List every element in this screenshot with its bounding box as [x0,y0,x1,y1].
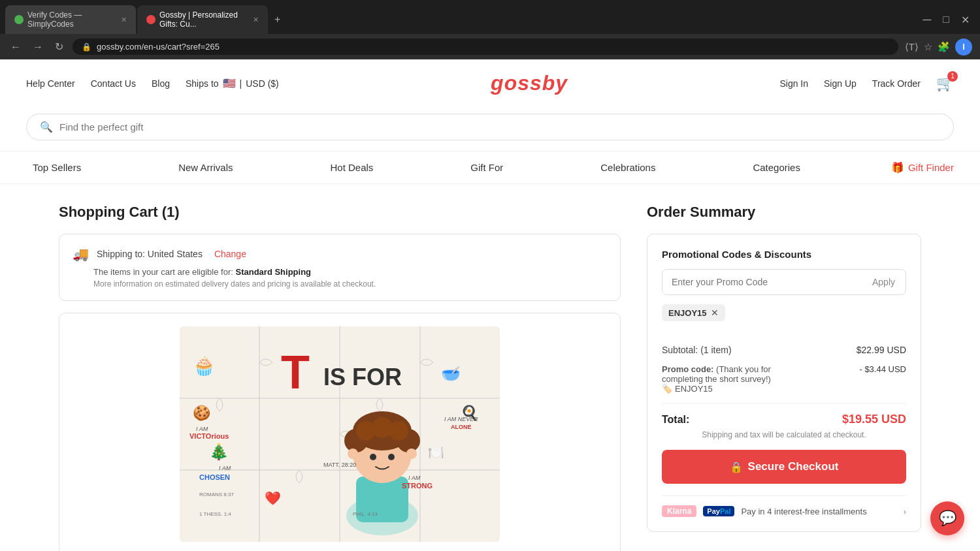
promo-input-row: Apply [662,269,906,295]
search-input[interactable] [59,121,940,133]
blog-link[interactable]: Blog [152,78,170,89]
svg-text:I AM: I AM [219,465,231,471]
top-nav: Help Center Contact Us Blog Ships to 🇺🇸 … [0,59,980,107]
svg-text:❤️: ❤️ [265,490,281,506]
browser-tab-2[interactable]: Gossby | Personalized Gifts: Cu... ✕ [137,5,268,34]
nav-new-arrivals[interactable]: New Arrivals [172,159,239,176]
summary-title: Order Summary [647,204,921,221]
address-text: gossby.com/en-us/cart?sref=265 [97,42,220,52]
apply-promo-button[interactable]: Apply [862,270,906,294]
top-nav-left: Help Center Contact Us Blog Ships to 🇺🇸 … [26,77,279,89]
search-bar: 🔍 [0,107,980,151]
tab-label-2: Gossby | Personalized Gifts: Cu... [159,10,249,29]
svg-text:I AM: I AM [196,426,208,432]
extensions-icon[interactable]: 🧩 [938,41,950,53]
svg-text:T: T [281,346,310,398]
search-icon: 🔍 [40,121,53,133]
promo-label-note: Promo code: (Thank you for completing th… [662,364,792,384]
close-window-button[interactable]: ✕ [956,11,975,29]
top-nav-right: Sign In Sign Up Track Order 🛒 1 [779,75,954,92]
nav-gift-for[interactable]: Gift For [464,159,510,176]
promo-tag-row: ENJOY15 ✕ [662,304,906,333]
tab-close-2[interactable]: ✕ [253,16,259,24]
lock-icon: 🔒 [730,461,743,473]
summary-divider [662,403,906,403]
address-bar[interactable]: 🔒 gossby.com/en-us/cart?sref=265 [73,39,898,55]
browser-tab-1[interactable]: Verify Codes — SimplyCodes ✕ [5,5,136,34]
profile-icon[interactable]: I [955,39,972,55]
shipping-note: Shipping and tax will be calculated at c… [662,430,906,439]
subtotal-value: $22.99 USD [857,345,906,355]
svg-text:IS FOR: IS FOR [323,364,402,390]
nav-hot-deals[interactable]: Hot Deals [323,159,380,176]
promo-row: Promo code: (Thank you for completing th… [662,364,906,394]
change-shipping-link[interactable]: Change [214,249,246,259]
translate-icon[interactable]: ⟨T⟩ [905,41,919,53]
refresh-button[interactable]: ↻ [52,38,66,55]
svg-text:🍪: 🍪 [193,404,211,422]
site-header: Help Center Contact Us Blog Ships to 🇺🇸 … [0,59,980,184]
nav-celebrations[interactable]: Celebrations [594,159,662,176]
chat-button[interactable]: 💬 [930,501,964,535]
cart-title: Shopping Cart (1) [59,204,621,221]
currency-label: | [240,78,242,89]
maximize-button[interactable]: □ [938,11,955,28]
back-button[interactable]: ← [8,39,24,55]
shipping-info: 🚚 Shipping to: United States Change The … [59,234,621,301]
svg-point-20 [406,449,417,459]
nav-top-sellers[interactable]: Top Sellers [26,159,88,176]
total-label: Total: [662,414,689,426]
browser-tabs: Verify Codes — SimplyCodes ✕ Gossby | Pe… [0,0,980,34]
applied-code-label: ENJOY15 [668,308,707,318]
minimize-button[interactable]: ─ [918,10,937,29]
installment-text: Pay in 4 interest-free installments [741,507,896,516]
forward-button[interactable]: → [30,39,46,55]
toolbar-icons: ⟨T⟩ ☆ 🧩 I [905,39,972,55]
bookmark-icon[interactable]: ☆ [924,41,932,53]
checkout-btn-label: Secure Checkout [748,460,839,473]
remove-promo-button[interactable]: ✕ [711,307,719,318]
svg-text:1 THESS. 1:4: 1 THESS. 1:4 [199,511,231,517]
chat-icon: 💬 [939,510,956,527]
tab-label-1: Verify Codes — SimplyCodes [27,10,117,29]
nav-categories[interactable]: Categories [746,159,807,176]
order-summary: Order Summary Promotional Codes & Discou… [647,204,921,551]
delivery-note: More information on estimated delivery d… [93,279,607,289]
svg-text:MATT. 28:20: MATT. 28:20 [323,462,356,468]
svg-text:🍽️: 🍽️ [428,445,444,460]
gift-finder-link[interactable]: 🎁 Gift Finder [891,161,954,174]
svg-text:🧁: 🧁 [193,355,216,377]
promo-label: Promo code: [662,364,713,374]
eligible-text: The items in your cart are eligible for:… [93,267,607,277]
promo-applied-tag: ENJOY15 ✕ [662,304,725,321]
svg-text:🥣: 🥣 [441,364,461,383]
add-tab-button[interactable]: + [269,11,286,28]
site-logo[interactable]: gossby [491,71,568,95]
svg-point-17 [370,454,376,460]
svg-text:🎄: 🎄 [209,442,229,461]
sign-up-link[interactable]: Sign Up [824,78,857,89]
subtotal-row: Subtotal: (1 item) $22.99 USD [662,345,906,355]
product-svg: T IS FOR [180,326,500,542]
product-image: T IS FOR [180,326,500,542]
cart-badge: 1 [947,71,958,82]
promo-emoji: 🏷️ [662,384,672,394]
help-center-link[interactable]: Help Center [26,78,75,89]
klarna-paypal-row: Klarna PayPal Pay in 4 interest-free ins… [662,496,906,517]
address-lock-icon: 🔒 [82,42,91,52]
sign-in-link[interactable]: Sign In [779,78,808,89]
gift-finder-label: Gift Finder [908,162,954,173]
svg-point-16 [389,421,408,441]
checkout-button[interactable]: 🔒 Secure Checkout [662,450,906,484]
tab-close-1[interactable]: ✕ [121,16,127,24]
cart-button[interactable]: 🛒 1 [936,75,954,92]
promo-code-input[interactable] [662,270,862,294]
svg-point-18 [388,454,395,460]
total-row: Total: $19.55 USD [662,413,906,426]
track-order-link[interactable]: Track Order [872,78,921,89]
ships-to: Ships to 🇺🇸 | USD ($) [186,77,279,89]
browser-toolbar: ← → ↻ 🔒 gossby.com/en-us/cart?sref=265 ⟨… [0,34,980,59]
total-value: $19.55 USD [842,413,906,426]
contact-us-link[interactable]: Contact Us [91,78,136,89]
ships-to-label: Ships to [186,78,219,89]
